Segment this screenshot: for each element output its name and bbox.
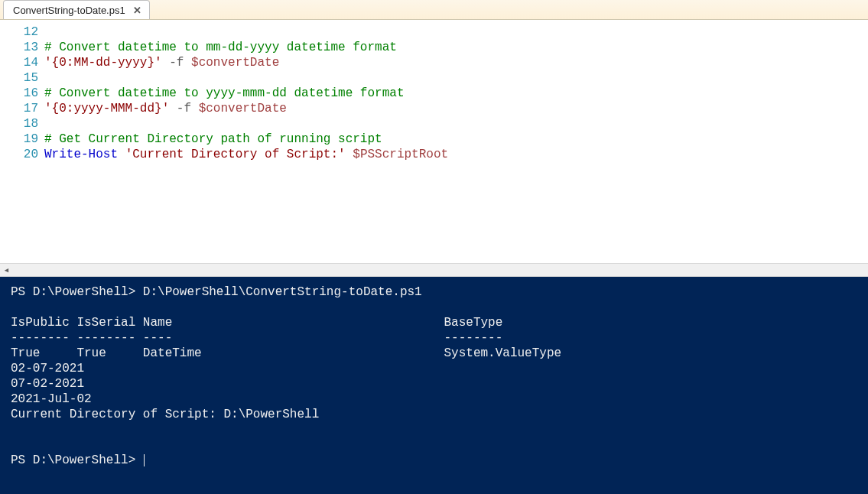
terminal-line: 07-02-2021 <box>11 376 857 392</box>
code-token <box>169 102 177 115</box>
code-line[interactable]: Write-Host 'Current Directory of Script:… <box>44 147 448 162</box>
line-number-gutter: 121314151617181920 <box>0 20 44 263</box>
terminal-line: 02-07-2021 <box>11 361 857 376</box>
terminal-line: 2021-Jul-02 <box>11 392 857 407</box>
code-line[interactable] <box>44 24 448 40</box>
code-token <box>162 56 170 70</box>
code-token <box>346 148 353 161</box>
code-area[interactable]: # Convert datetime to mm-dd-yyyy datetim… <box>44 20 448 263</box>
code-token: # Convert datetime to mm-dd-yyyy datetim… <box>44 41 397 54</box>
code-line[interactable]: # Convert datetime to yyyy-mmm-dd dateti… <box>44 86 448 101</box>
code-token <box>184 56 191 70</box>
line-number: 14 <box>0 55 38 70</box>
line-number: 17 <box>0 101 38 116</box>
horizontal-scrollbar[interactable]: ◀ <box>0 263 868 277</box>
terminal-line <box>11 437 857 453</box>
line-number: 13 <box>0 40 38 55</box>
terminal-line: -------- -------- ---- -------- <box>11 330 857 346</box>
code-line[interactable]: '{0:yyyy-MMM-dd}' -f $convertDate <box>44 101 448 116</box>
tab-title: ConvertString-toDate.ps1 <box>13 5 125 16</box>
code-token <box>118 148 125 161</box>
code-token <box>191 102 199 115</box>
code-token: $convertDate <box>191 56 279 70</box>
code-token: 'Current Directory of Script:' <box>125 148 346 161</box>
terminal-line <box>11 422 857 437</box>
terminal-line <box>11 300 857 315</box>
terminal-line: PS D:\PowerShell> D:\PowerShell\ConvertS… <box>11 284 857 300</box>
line-number: 15 <box>0 70 38 86</box>
code-line[interactable] <box>44 116 448 132</box>
terminal-line: PS D:\PowerShell> <box>11 453 857 468</box>
code-line[interactable]: # Convert datetime to mm-dd-yyyy datetim… <box>44 40 448 55</box>
terminal-line: True True DateTime System.ValueType <box>11 346 857 361</box>
code-token: $convertDate <box>199 102 287 115</box>
terminal-pane[interactable]: PS D:\PowerShell> D:\PowerShell\ConvertS… <box>0 277 868 494</box>
tab-bar: ConvertString-toDate.ps1 ✕ <box>0 0 868 20</box>
code-line[interactable] <box>44 70 448 86</box>
line-number: 12 <box>0 24 38 40</box>
close-icon[interactable]: ✕ <box>132 5 143 16</box>
code-token: -f <box>169 56 184 70</box>
terminal-cursor <box>144 454 145 466</box>
code-token: # Get Current Directory path of running … <box>44 132 382 146</box>
line-number: 19 <box>0 132 38 147</box>
line-number: 20 <box>0 147 38 162</box>
code-line[interactable]: # Get Current Directory path of running … <box>44 132 448 147</box>
terminal-line: Current Directory of Script: D:\PowerShe… <box>11 407 857 422</box>
code-line[interactable]: '{0:MM-dd-yyyy}' -f $convertDate <box>44 55 448 70</box>
code-token: $PSScriptRoot <box>353 148 448 161</box>
line-number: 16 <box>0 86 38 101</box>
terminal-line: IsPublic IsSerial Name BaseType <box>11 315 857 330</box>
code-token: -f <box>177 102 191 115</box>
code-token: '{0:MM-dd-yyyy}' <box>44 56 162 70</box>
code-token: '{0:yyyy-MMM-dd}' <box>44 102 169 115</box>
file-tab[interactable]: ConvertString-toDate.ps1 ✕ <box>3 0 150 19</box>
code-token: Write-Host <box>44 148 118 161</box>
code-editor[interactable]: 121314151617181920 # Convert datetime to… <box>0 20 868 263</box>
line-number: 18 <box>0 116 38 132</box>
scroll-left-icon[interactable]: ◀ <box>0 264 13 276</box>
code-token: # Convert datetime to yyyy-mmm-dd dateti… <box>44 86 404 100</box>
